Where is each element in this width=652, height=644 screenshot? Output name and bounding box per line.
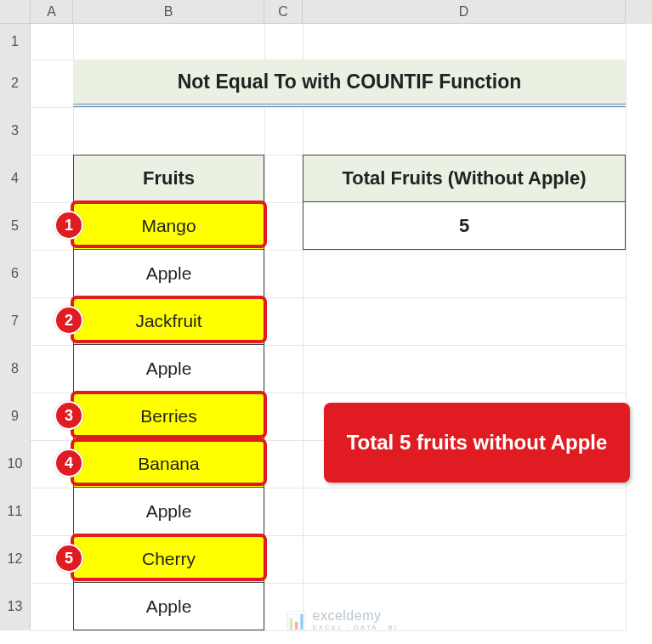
page-title[interactable]: Not Equal To with COUNTIF Function: [73, 59, 626, 107]
col-header-D[interactable]: D: [303, 0, 626, 24]
select-all-corner[interactable]: [0, 0, 31, 24]
row-header-6[interactable]: 6: [0, 250, 31, 297]
row-header-1[interactable]: 1: [0, 24, 31, 59]
row-header-4[interactable]: 4: [0, 155, 31, 202]
row-headers: 1 2 3 4 5 6 7 8 9 10 11 12 13: [0, 24, 31, 630]
row-header-2[interactable]: 2: [0, 59, 31, 107]
cell-B13[interactable]: Apple: [73, 583, 264, 630]
col-header-A[interactable]: A: [31, 0, 73, 24]
col-header-C[interactable]: C: [264, 0, 303, 24]
row-header-10[interactable]: 10: [0, 440, 31, 488]
cell-B11[interactable]: Apple: [73, 488, 264, 535]
count-badge-5: 5: [54, 544, 83, 573]
watermark-brand: exceldemy: [313, 608, 382, 623]
fruits-table-header[interactable]: Fruits: [73, 155, 264, 202]
sheet-area[interactable]: Not Equal To with COUNTIF Function Fruit…: [31, 24, 626, 630]
result-header[interactable]: Total Fruits (Without Apple): [303, 155, 626, 202]
col-header-B[interactable]: B: [73, 0, 264, 24]
cell-B9[interactable]: Berries: [73, 393, 264, 440]
callout-note: Total 5 fruits without Apple: [324, 403, 630, 483]
cell-B12[interactable]: Cherry: [73, 535, 264, 583]
row-header-9[interactable]: 9: [0, 393, 31, 440]
cell-D5-result[interactable]: 5: [303, 202, 626, 250]
count-badge-4: 4: [54, 449, 83, 477]
row-header-7[interactable]: 7: [0, 297, 31, 345]
watermark-tagline: EXCEL · DATA · BI: [313, 624, 399, 631]
cell-B7[interactable]: Jackfruit: [73, 297, 264, 345]
row-header-5[interactable]: 5: [0, 202, 31, 250]
row-header-8[interactable]: 8: [0, 345, 31, 393]
cell-B8[interactable]: Apple: [73, 345, 264, 393]
cell-B5[interactable]: Mango: [73, 202, 264, 250]
spreadsheet-grid: A B C D 1 2 3 4 5 6 7 8 9 10 11 12 13: [0, 0, 652, 630]
count-badge-3: 3: [54, 401, 83, 430]
chart-icon: 📊: [286, 610, 308, 630]
row-header-13[interactable]: 13: [0, 583, 31, 630]
cell-B10[interactable]: Banana: [73, 440, 264, 488]
column-headers-row: A B C D: [0, 0, 652, 24]
row-header-3[interactable]: 3: [0, 107, 31, 155]
row-header-11[interactable]: 11: [0, 488, 31, 535]
count-badge-1: 1: [54, 211, 83, 240]
row-header-12[interactable]: 12: [0, 535, 31, 583]
count-badge-2: 2: [54, 306, 83, 335]
cell-B6[interactable]: Apple: [73, 250, 264, 297]
watermark: 📊 exceldemy EXCEL · DATA · BI: [286, 608, 398, 631]
